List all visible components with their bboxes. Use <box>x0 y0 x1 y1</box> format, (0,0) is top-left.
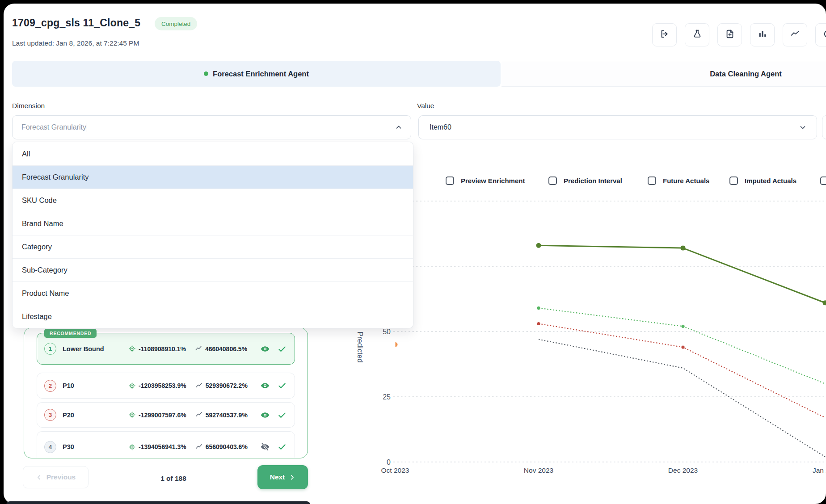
value-select-text: Item60 <box>430 123 451 131</box>
page-title: 1709_cpg_sls 11_Clone_5 <box>12 17 140 29</box>
visibility-toggle[interactable] <box>260 442 270 452</box>
metric-2: 529390672.2% <box>206 382 248 389</box>
visibility-toggle[interactable] <box>260 381 270 391</box>
trend-icon <box>195 411 203 419</box>
checkbox-imputed-actuals[interactable]: Imputed Actuals <box>729 176 796 185</box>
metric-1: -1394056941.3% <box>139 443 186 450</box>
bottom-bar <box>6 501 310 504</box>
app-root: 50 25 0 Oct 2023 Nov 2023 Dec 2023 Jan 2… <box>0 0 826 504</box>
partial-control[interactable] <box>822 115 826 139</box>
select-toggle[interactable] <box>277 442 287 451</box>
previous-label: Previous <box>46 473 76 481</box>
dropdown-option-brand-name[interactable]: Brand Name <box>13 212 413 235</box>
add-file-button[interactable] <box>717 23 742 46</box>
checkbox-icon[interactable] <box>648 176 656 185</box>
target-icon <box>128 345 136 353</box>
rank-number: 3 <box>44 409 56 421</box>
trend-icon <box>195 345 202 353</box>
target-icon <box>128 382 136 390</box>
rank-card-p30[interactable]: 4 P30 -1394056941.3% 656090403.6% <box>37 431 295 458</box>
dimension-input[interactable]: Forecast Granularity <box>12 115 411 139</box>
checkbox-future-actuals[interactable]: Future Actuals <box>648 176 709 185</box>
export-button[interactable] <box>652 23 677 46</box>
previous-button[interactable]: Previous <box>23 466 88 488</box>
dimension-dropdown: All Forecast Granularity SKU Code Brand … <box>12 142 413 328</box>
check-icon <box>278 344 287 353</box>
checkbox-label: Preview Enrichment <box>461 177 525 185</box>
eye-off-icon <box>260 442 270 452</box>
dropdown-option-sub-category[interactable]: Sub-Category <box>13 258 413 281</box>
checkbox-icon[interactable] <box>446 176 454 185</box>
recommended-badge: RECOMMENDED <box>44 329 97 338</box>
tab-label: Data Cleaning Agent <box>710 70 782 78</box>
select-toggle[interactable] <box>277 344 287 353</box>
metric-1: -1108908910.1% <box>139 345 186 353</box>
select-toggle[interactable] <box>277 381 287 390</box>
chevron-down-icon[interactable] <box>799 123 807 131</box>
metric-2: 466040806.5% <box>205 345 247 353</box>
rank-card-p10[interactable]: 2 P10 -1203958253.9% 529390672.2% <box>37 373 295 399</box>
rank-name: Lower Bound <box>63 345 122 353</box>
metric-1: -1203958253.9% <box>139 382 186 389</box>
eye-icon <box>260 381 270 391</box>
status-badge: Completed <box>155 17 197 30</box>
flask-icon <box>692 29 702 41</box>
checkbox-label: Prediction Interval <box>564 177 622 185</box>
dropdown-option-lifestage[interactable]: Lifestage <box>13 305 413 328</box>
export-icon <box>660 29 670 41</box>
partial-button[interactable] <box>815 23 826 46</box>
visibility-toggle[interactable] <box>260 344 270 354</box>
next-label: Next <box>270 473 285 481</box>
active-tab-dot-icon <box>204 71 208 76</box>
experiment-button[interactable] <box>685 23 709 46</box>
page-info: 1 of 188 <box>129 475 218 483</box>
rank-number: 2 <box>44 380 56 392</box>
dropdown-option-sku-code[interactable]: SKU Code <box>13 189 413 212</box>
visibility-toggle[interactable] <box>260 410 270 420</box>
trend-icon <box>195 443 203 451</box>
checkbox-preview-enrichment[interactable]: Preview Enrichment <box>446 176 525 185</box>
next-button[interactable]: Next <box>257 465 308 489</box>
target-icon <box>128 443 136 451</box>
dropdown-option-forecast-granularity[interactable]: Forecast Granularity <box>13 165 413 189</box>
select-toggle[interactable] <box>277 411 287 420</box>
rank-card-p20[interactable]: 3 P20 -1299007597.6% 592740537.9% <box>37 402 295 428</box>
trend-chart-button[interactable] <box>783 23 807 46</box>
checkbox-label: Imputed Actuals <box>745 177 796 185</box>
check-icon <box>278 381 287 390</box>
rank-panel: RECOMMENDED 1 Lower Bound -1108908910.1%… <box>24 328 308 458</box>
check-icon <box>278 442 287 451</box>
checkbox-icon[interactable] <box>729 176 738 185</box>
rank-number: 1 <box>44 343 56 355</box>
rank-name: P10 <box>63 382 122 389</box>
checkbox-prediction-interval[interactable]: Prediction Interval <box>548 176 622 185</box>
checkbox-label: Future Actuals <box>663 177 709 185</box>
value-label: Value <box>417 102 434 110</box>
chevron-left-icon <box>36 474 42 481</box>
bar-chart-button[interactable] <box>750 23 775 46</box>
trend-icon <box>195 382 203 390</box>
dimension-input-text: Forecast Granularity <box>21 123 86 131</box>
checkbox-partial[interactable] <box>820 176 826 185</box>
file-plus-icon <box>725 29 735 41</box>
checkbox-icon[interactable] <box>548 176 557 185</box>
partial-circle-icon <box>823 29 826 41</box>
value-select[interactable]: Item60 <box>418 115 817 139</box>
tab-data-cleaning-agent[interactable]: Data Cleaning Agent <box>502 61 826 87</box>
rank-name: P20 <box>63 412 122 419</box>
check-icon <box>278 411 287 420</box>
chevron-up-icon[interactable] <box>395 123 403 131</box>
metric-1: -1299007597.6% <box>139 412 186 419</box>
tab-forecast-enrichment-agent[interactable]: Forecast Enrichment Agent <box>12 61 501 87</box>
dropdown-option-all[interactable]: All <box>13 142 413 165</box>
eye-icon <box>260 344 270 354</box>
rank-number: 4 <box>44 441 56 453</box>
checkbox-icon[interactable] <box>820 176 826 185</box>
text-caret <box>87 123 88 132</box>
chevron-right-icon <box>289 474 295 481</box>
eye-icon <box>260 410 270 420</box>
dropdown-option-category[interactable]: Category <box>13 235 413 258</box>
dropdown-option-product-name[interactable]: Product Name <box>13 281 413 305</box>
last-updated: Last updated: Jan 8, 2026, at 7:22:45 PM <box>12 39 139 47</box>
bar-chart-icon <box>758 29 767 41</box>
